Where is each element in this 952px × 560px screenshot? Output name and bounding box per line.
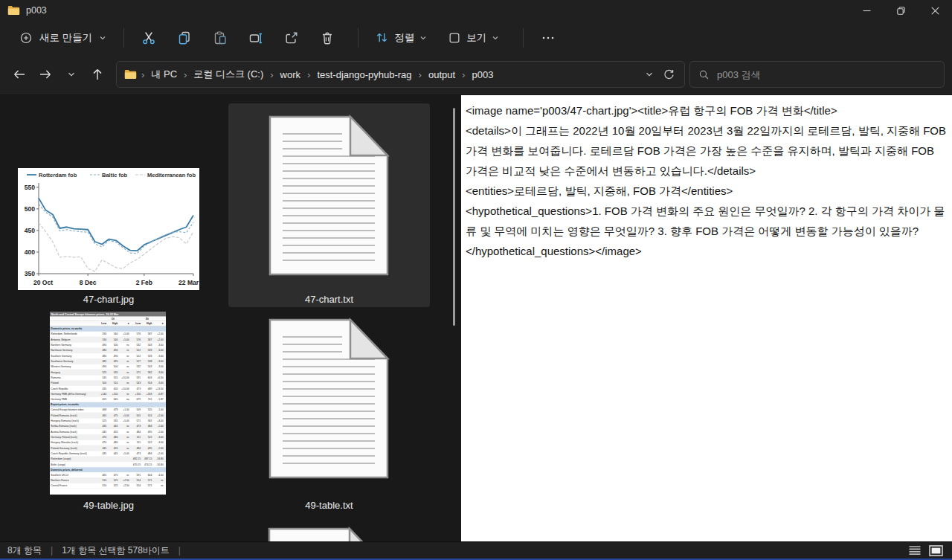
address-bar[interactable]: › 내 PC›로컬 디스크 (C:)›work›test-django-pyhu… <box>116 61 685 88</box>
share-icon <box>284 30 299 45</box>
breadcrumb-separator: › <box>417 69 423 80</box>
paste-button[interactable] <box>205 25 235 51</box>
folder-icon <box>7 5 20 16</box>
share-button[interactable] <box>277 25 306 51</box>
preview-pane: <image name='p003/47-chart.jpg'><title>유… <box>461 95 952 541</box>
trash-icon <box>320 30 335 45</box>
47-chart-thumbnail[interactable]: 35040045050055020 Oct8 Dec2 Feb22 MarRot… <box>18 168 199 290</box>
text-file-icon-partial[interactable] <box>267 527 389 541</box>
restore-button[interactable] <box>884 0 918 21</box>
list-view-icon <box>908 545 922 556</box>
forward-button[interactable] <box>33 62 57 86</box>
details-view-button[interactable] <box>907 544 922 556</box>
toolbar-divider <box>358 28 358 48</box>
status-bar: 8개 항목 | 1개 항목 선택함 578바이트 | <box>0 541 952 559</box>
thumbnail-view-icon <box>929 545 943 556</box>
svg-text:22 Mar: 22 Mar <box>178 279 199 286</box>
svg-text:Mediterranean fob: Mediterranean fob <box>147 172 196 178</box>
plus-circle-icon <box>19 31 33 45</box>
new-button-label: 새로 만들기 <box>39 31 92 45</box>
breadcrumb-separator: › <box>182 69 188 80</box>
file-name-49-table-txt[interactable]: 49-table.txt <box>228 500 430 511</box>
window-title: p003 <box>26 5 47 16</box>
svg-text:450: 450 <box>25 227 35 234</box>
arrow-up-icon <box>90 67 105 82</box>
breadcrumb-item[interactable]: 내 PC <box>146 65 182 83</box>
svg-text:350: 350 <box>25 270 35 277</box>
file-name-47-chart-jpg[interactable]: 47-chart.jpg <box>18 294 199 305</box>
back-button[interactable] <box>7 62 31 86</box>
command-bar: 새로 만들기 <box>0 21 952 54</box>
file-list-scrollbar[interactable] <box>453 108 455 326</box>
breadcrumb-item[interactable]: work <box>275 67 306 83</box>
window-controls <box>849 0 952 21</box>
svg-text:Baltic fob: Baltic fob <box>102 172 128 178</box>
up-button[interactable] <box>86 62 109 86</box>
status-divider: | <box>51 545 53 556</box>
svg-text:400: 400 <box>25 248 35 256</box>
minimize-button[interactable] <box>849 0 884 21</box>
scissors-icon <box>141 30 156 45</box>
breadcrumb-item[interactable]: output <box>423 67 460 83</box>
delete-button[interactable] <box>312 25 342 51</box>
file-list: 35040045050055020 Oct8 Dec2 Feb22 MarRot… <box>0 96 461 541</box>
rename-icon <box>248 30 263 45</box>
breadcrumb-separator: › <box>460 69 466 80</box>
preview-text: <image name='p003/47-chart.jpg'><title>유… <box>461 95 952 261</box>
cut-button[interactable] <box>134 25 164 51</box>
file-name-49-table-jpg[interactable]: 49-table.jpg <box>18 500 199 511</box>
history-dropdown-button[interactable] <box>60 62 83 86</box>
address-dropdown-button[interactable] <box>640 65 659 84</box>
text-file-icon[interactable] <box>268 318 390 480</box>
svg-text:550: 550 <box>25 184 35 191</box>
sort-button-label: 정렬 <box>394 31 414 45</box>
sort-icon <box>375 30 389 45</box>
folder-icon <box>124 69 137 80</box>
search-input[interactable] <box>717 69 936 80</box>
refresh-icon <box>663 68 675 80</box>
refresh-button[interactable] <box>659 65 678 84</box>
selection-info: 1개 항목 선택함 578바이트 <box>62 544 170 557</box>
breadcrumb-separator: › <box>268 69 274 80</box>
chevron-down-icon <box>645 70 654 79</box>
breadcrumb: 내 PC›로컬 디스크 (C:)›work›test-django-pyhub-… <box>146 65 498 83</box>
copy-icon <box>177 30 192 45</box>
paste-icon <box>213 30 228 45</box>
view-toggles <box>907 544 943 556</box>
thumbnail-view-button[interactable] <box>928 544 943 556</box>
ellipsis-icon <box>541 30 556 45</box>
chevron-down-icon <box>419 34 427 42</box>
chevron-down-icon <box>67 70 76 79</box>
49-table-thumbnail[interactable]: North and Central Europe bitumen prices,… <box>50 312 166 495</box>
titlebar: p003 <box>0 0 952 21</box>
chevron-down-icon <box>99 34 106 42</box>
view-icon <box>448 31 461 45</box>
chevron-down-icon <box>492 34 499 42</box>
file-name-47-chart-txt[interactable]: 47-chart.txt <box>228 294 430 305</box>
arrow-right-icon <box>38 67 53 82</box>
view-button[interactable]: 보기 <box>441 25 506 51</box>
breadcrumb-item[interactable]: test-django-pyhub-rag <box>312 67 416 83</box>
copy-button[interactable] <box>170 25 199 51</box>
svg-text:20 Oct: 20 Oct <box>33 279 53 286</box>
breadcrumb-item[interactable]: 로컬 디스크 (C:) <box>188 65 268 83</box>
status-divider: | <box>178 545 181 556</box>
search-box <box>689 61 945 88</box>
rename-button[interactable] <box>241 25 271 51</box>
item-count: 8개 항목 <box>7 544 42 557</box>
address-row: › 내 PC›로컬 디스크 (C:)›work›test-django-pyhu… <box>0 54 952 95</box>
toolbar-divider <box>523 28 524 48</box>
text-file-icon[interactable] <box>268 115 390 277</box>
close-button[interactable] <box>918 0 952 21</box>
breadcrumb-separator: › <box>140 69 146 80</box>
svg-text:500: 500 <box>25 205 35 213</box>
toolbar-divider <box>123 28 124 48</box>
more-button[interactable] <box>533 25 563 51</box>
breadcrumb-separator: › <box>306 69 312 80</box>
sort-button[interactable]: 정렬 <box>368 25 434 51</box>
breadcrumb-item[interactable]: p003 <box>466 67 498 83</box>
search-icon <box>698 68 710 81</box>
arrow-left-icon <box>12 67 27 82</box>
new-button[interactable]: 새로 만들기 <box>12 25 114 51</box>
view-button-label: 보기 <box>466 31 486 45</box>
